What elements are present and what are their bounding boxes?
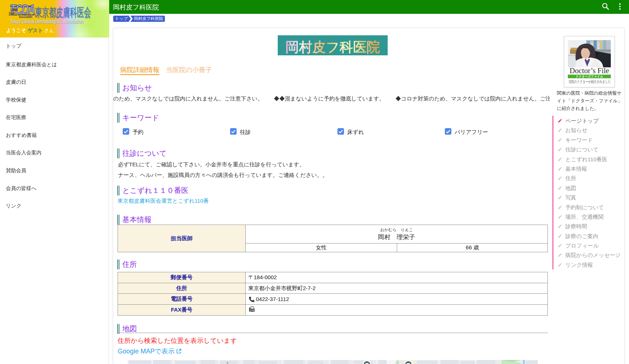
svg-text:a: a [226, 362, 229, 364]
